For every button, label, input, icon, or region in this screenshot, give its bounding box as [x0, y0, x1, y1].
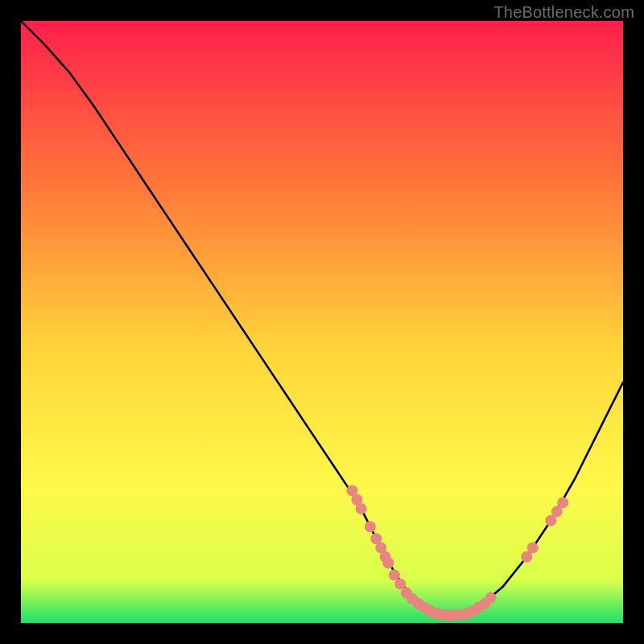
data-marker [365, 521, 376, 532]
data-marker [485, 592, 496, 604]
data-marker [527, 543, 539, 554]
gradient-background [21, 21, 623, 623]
data-marker [382, 557, 394, 568]
data-marker [557, 497, 568, 508]
chart-frame [21, 21, 623, 623]
bottleneck-chart [21, 21, 623, 623]
attribution-text: TheBottleneck.com [493, 3, 634, 22]
data-marker [356, 503, 367, 514]
